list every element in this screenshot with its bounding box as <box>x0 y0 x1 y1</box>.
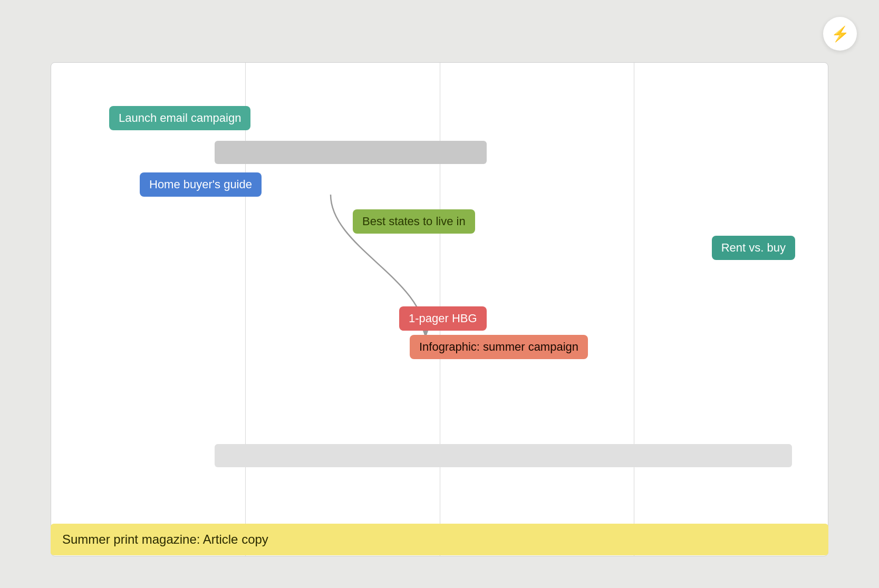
gray-bar-2 <box>215 444 792 467</box>
gray-bar-1 <box>215 141 487 164</box>
grid-line-3 <box>634 63 634 556</box>
lightning-button[interactable]: ⚡ <box>823 17 857 51</box>
tag-infographic[interactable]: Infographic: summer campaign <box>410 335 588 359</box>
tag-launch-email[interactable]: Launch email campaign <box>109 106 250 130</box>
lightning-icon: ⚡ <box>831 25 849 43</box>
tag-best-states[interactable]: Best states to live in <box>353 209 475 234</box>
tag-home-buyer[interactable]: Home buyer's guide <box>140 172 262 197</box>
main-card: Launch email campaign Home buyer's guide… <box>51 62 828 556</box>
tag-rent-vs-buy[interactable]: Rent vs. buy <box>712 236 795 260</box>
grid-line-1 <box>245 63 246 556</box>
tag-summer-print[interactable]: Summer print magazine: Article copy <box>51 524 828 555</box>
tag-one-pager[interactable]: 1-pager HBG <box>399 306 487 331</box>
